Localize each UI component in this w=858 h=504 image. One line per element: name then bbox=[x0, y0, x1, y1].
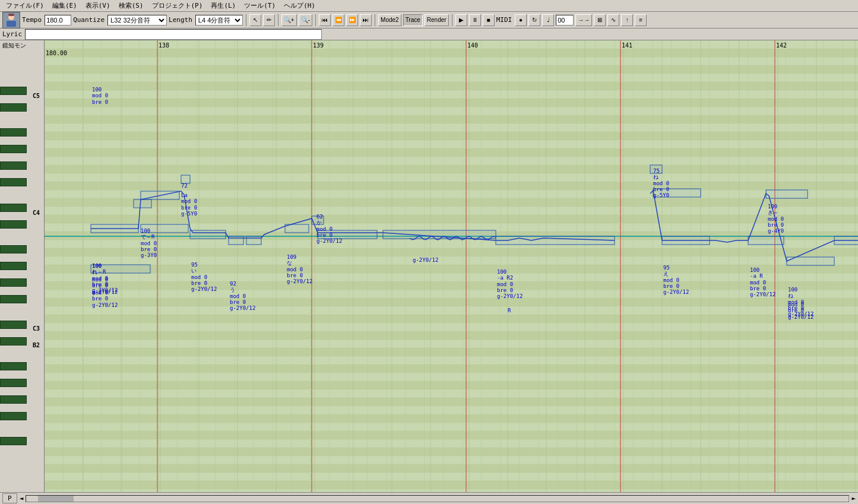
trace-btn[interactable]: Trace bbox=[403, 14, 423, 26]
acc2-btn[interactable]: ⊠ bbox=[594, 14, 606, 26]
piano-key-d2-sharp[interactable] bbox=[0, 395, 27, 404]
piano-key-b4-sharp[interactable] bbox=[0, 87, 27, 95]
vib-btn[interactable]: ∿ bbox=[607, 14, 619, 26]
rewind-btn[interactable]: ⏮ bbox=[319, 14, 331, 26]
menu-view[interactable]: 表示(V) bbox=[82, 1, 114, 11]
tempo-label: Tempo bbox=[22, 16, 42, 24]
midi-btn[interactable]: ● bbox=[515, 14, 527, 26]
piano-key-c3-sharp[interactable] bbox=[0, 295, 27, 303]
piano-key-g2-sharp[interactable] bbox=[0, 362, 27, 370]
piano-label-c5: C5 bbox=[33, 93, 40, 99]
singer-name: 鏡知モン bbox=[0, 40, 29, 51]
pointer-tool-btn[interactable]: ↖ bbox=[249, 14, 261, 26]
piano-key-f3-sharp[interactable] bbox=[0, 262, 27, 270]
piano-key-b2-sharp[interactable] bbox=[0, 321, 27, 329]
lyric-bar: Lyric bbox=[0, 28, 858, 40]
piano-label-c4: C4 bbox=[33, 210, 40, 216]
piano-key-f2-sharp[interactable] bbox=[0, 379, 27, 387]
menu-edit[interactable]: 編集(E) bbox=[49, 1, 81, 11]
metronome-btn[interactable]: ♩ bbox=[542, 14, 554, 26]
separator-2 bbox=[278, 14, 278, 26]
tempo-input[interactable] bbox=[45, 15, 71, 26]
lyric-label: Lyric bbox=[2, 30, 22, 38]
acc-btn[interactable]: →→ bbox=[575, 14, 592, 26]
misc-btn[interactable]: ≡ bbox=[635, 14, 647, 26]
main-area: 鏡知モン C5 C4 C3 B2 100 れ mod 0 bre 0 g-2Y0… bbox=[0, 40, 858, 492]
menu-bar: ファイル(F) 編集(E) 表示(V) 検索(S) プロジェクト(P) 再生(L… bbox=[0, 0, 858, 12]
piano-key-c4-sharp[interactable] bbox=[0, 178, 27, 186]
bottom-bar: P ◄ ► bbox=[0, 492, 858, 504]
piano-key-a3-sharp[interactable] bbox=[0, 220, 27, 229]
stop-btn[interactable]: ■ bbox=[483, 14, 495, 26]
play-btn[interactable]: ▶ bbox=[455, 14, 467, 26]
scroll-left-arrow[interactable]: ◄ bbox=[20, 495, 24, 502]
pencil-tool-btn[interactable]: ✏ bbox=[263, 14, 275, 26]
separator-4 bbox=[375, 14, 375, 26]
lyric-input[interactable] bbox=[25, 29, 322, 40]
bpm-counter[interactable] bbox=[556, 15, 574, 26]
separator-3 bbox=[315, 14, 316, 26]
grid-area[interactable]: 100 れ mod 0 bre 0 g-2Y0/12mod 0 bre 0 g-… bbox=[45, 40, 858, 492]
zoom-out-btn[interactable]: 🔍- bbox=[299, 14, 312, 26]
piano-label-c3: C3 bbox=[33, 325, 40, 332]
piano-key-d3-sharp[interactable] bbox=[0, 278, 27, 287]
midi-label: MIDI bbox=[496, 16, 512, 24]
piano-key-f4-sharp[interactable] bbox=[0, 145, 27, 153]
piano-key-b3-sharp[interactable] bbox=[0, 204, 27, 212]
menu-help[interactable]: ヘルプ(H) bbox=[280, 1, 319, 11]
quantize-label: Quantize bbox=[73, 16, 105, 24]
piano-key-g4-sharp[interactable] bbox=[0, 128, 27, 137]
menu-tools[interactable]: ツール(T) bbox=[240, 1, 279, 11]
piano-key-a4-sharp[interactable] bbox=[0, 103, 27, 112]
zoom-in-btn[interactable]: 🔍+ bbox=[281, 14, 297, 26]
length-label: Length bbox=[169, 16, 192, 24]
grid-canvas bbox=[45, 40, 858, 492]
render-btn[interactable]: Render bbox=[425, 14, 449, 26]
separator-5 bbox=[452, 14, 452, 26]
prev-btn[interactable]: ⏪ bbox=[333, 14, 344, 26]
quantize-select[interactable]: L32 32分音符 bbox=[107, 15, 167, 26]
pause-btn[interactable]: ⏸ bbox=[469, 14, 481, 26]
next-measure-btn[interactable]: ⏩ bbox=[346, 14, 358, 26]
dyn-btn[interactable]: ↑ bbox=[621, 14, 633, 26]
mode2-btn[interactable]: Mode2 bbox=[378, 14, 401, 26]
piano-key-b1-sharp[interactable] bbox=[0, 437, 27, 445]
horizontal-scrollbar[interactable] bbox=[26, 495, 849, 502]
toolbar: Tempo Quantize L32 32分音符 Length L4 4分音符 … bbox=[0, 12, 858, 28]
character-avatar bbox=[2, 12, 20, 28]
piano-key-a2-sharp[interactable] bbox=[0, 337, 27, 345]
menu-file[interactable]: ファイル(F) bbox=[2, 1, 48, 11]
fast-forward-btn[interactable]: ⏭ bbox=[360, 14, 372, 26]
separator-1 bbox=[246, 14, 246, 26]
svg-rect-2 bbox=[7, 21, 16, 27]
piano-key-c2-sharp[interactable] bbox=[0, 412, 27, 420]
bottom-tab-p[interactable]: P bbox=[2, 493, 17, 503]
menu-project[interactable]: プロジェクト(P) bbox=[148, 1, 207, 11]
menu-playback[interactable]: 再生(L) bbox=[207, 1, 239, 11]
scroll-right-arrow[interactable]: ► bbox=[851, 495, 856, 502]
menu-search[interactable]: 検索(S) bbox=[115, 1, 147, 11]
svg-rect-3 bbox=[8, 14, 14, 16]
piano-key-g3-sharp[interactable] bbox=[0, 245, 27, 253]
loop-btn[interactable]: ↻ bbox=[528, 14, 540, 26]
piano-label-b2: B2 bbox=[33, 342, 40, 348]
piano-sidebar: 鏡知モン C5 C4 C3 B2 bbox=[0, 40, 45, 492]
piano-key-d4-sharp[interactable] bbox=[0, 161, 27, 170]
length-select[interactable]: L4 4分音符 bbox=[195, 15, 243, 26]
